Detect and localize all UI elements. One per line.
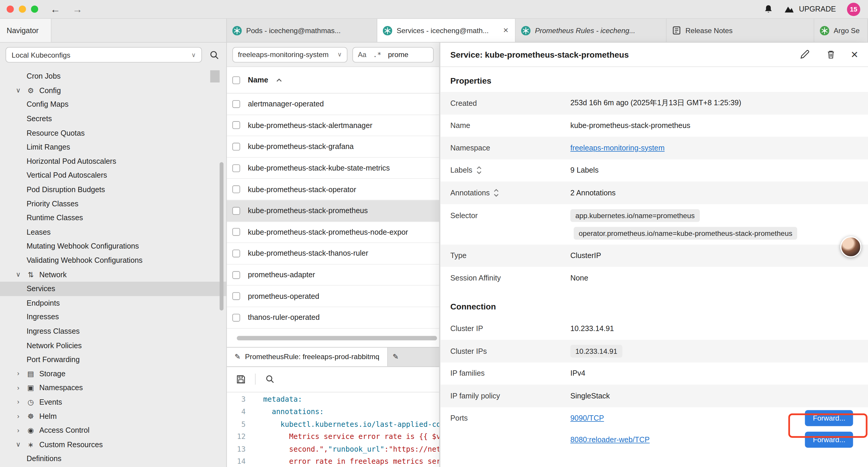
bell-icon[interactable] — [764, 4, 773, 14]
horizontal-scrollbar-thumb[interactable] — [237, 336, 437, 340]
tab-prometheus-rules[interactable]: Prometheus Rules - icecheng... — [516, 19, 666, 42]
sidebar-item-horizontal-pod-autoscalers[interactable]: Horizontal Pod Autoscalers — [0, 154, 226, 169]
match-case-toggle[interactable]: Aa — [358, 51, 367, 58]
sidebar-item-runtime-classes[interactable]: Runtime Classes — [0, 211, 226, 225]
sidebar-group-storage[interactable]: › ▤ Storage — [0, 367, 226, 381]
list-search-input[interactable]: Aa .* prome — [352, 47, 434, 62]
select-all-checkbox[interactable] — [232, 76, 240, 84]
sidebar-item-port-forwarding[interactable]: Port Forwarding — [0, 353, 226, 367]
sidebar-scrollbar-thumb[interactable] — [219, 162, 223, 311]
tab-pods[interactable]: Pods - icecheng@mathmas... — [227, 19, 377, 42]
sidebar-group-custom-resources[interactable]: ∨ ∗ Custom Resources — [0, 437, 226, 451]
table-row[interactable]: kube-prometheus-stack-prometheus-node-ex… — [227, 222, 439, 243]
sidebar-item-limit-ranges[interactable]: Limit Ranges — [0, 140, 226, 154]
property-label: Cluster IP — [450, 324, 570, 333]
row-checkbox[interactable] — [232, 250, 240, 257]
close-window-button[interactable] — [6, 6, 13, 13]
sidebar-group-events[interactable]: › ◷ Events — [0, 395, 226, 409]
port-link-8080[interactable]: 8080:reloader-web/TCP — [570, 435, 650, 444]
sort-ascending-icon[interactable] — [276, 78, 282, 82]
row-checkbox[interactable] — [232, 100, 240, 108]
expand-collapse-icon[interactable] — [476, 166, 482, 174]
close-icon[interactable]: × — [851, 49, 858, 61]
sidebar-search-button[interactable] — [208, 48, 221, 61]
sidebar-item-ingresses[interactable]: Ingresses — [0, 310, 226, 324]
sidebar-item-services[interactable]: Services — [0, 282, 226, 296]
helm-icon: ☸ — [26, 412, 35, 420]
minimize-window-button[interactable] — [19, 6, 26, 13]
labels-count[interactable]: 9 Labels — [570, 166, 599, 174]
sidebar-item-validating-webhook-configurations[interactable]: Validating Webhook Configurations — [0, 253, 226, 267]
upgrade-button[interactable]: UPGRADE — [784, 5, 836, 13]
table-row[interactable]: prometheus-adapter — [227, 265, 439, 286]
sidebar-item-definitions[interactable]: Definitions — [0, 451, 226, 466]
sidebar-item-priority-classes[interactable]: Priority Classes — [0, 197, 226, 211]
table-row-selected[interactable]: kube-prometheus-stack-prometheus — [227, 200, 439, 222]
row-checkbox[interactable] — [232, 143, 240, 150]
namespace-link[interactable]: freeleaps-monitoring-system — [570, 144, 665, 152]
table-row[interactable]: kube-prometheus-stack-alertmanager — [227, 115, 439, 136]
row-checkbox[interactable] — [232, 164, 240, 172]
notification-badge[interactable]: 15 — [847, 2, 860, 16]
table-row[interactable]: kube-prometheus-stack-grafana — [227, 136, 439, 157]
forward-button-9090[interactable]: Forward... — [805, 410, 853, 426]
table-row[interactable]: prometheus-operated — [227, 286, 439, 307]
kubeconfig-selector-value: Local Kubeconfigs — [11, 51, 70, 59]
tab-argo[interactable]: Argo Se — [814, 19, 868, 42]
back-button[interactable]: ← — [50, 4, 60, 14]
annotations-count[interactable]: 2 Annotations — [570, 188, 616, 197]
sidebar-item-resource-quotas[interactable]: Resource Quotas — [0, 126, 226, 140]
table-row[interactable]: kube-prometheus-stack-thanos-ruler — [227, 243, 439, 264]
row-checkbox[interactable] — [232, 292, 240, 300]
properties-heading: Properties — [440, 67, 868, 92]
sidebar-group-network[interactable]: ∨ ⇅ Network — [0, 267, 226, 282]
sidebar-item-config-maps[interactable]: Config Maps — [0, 97, 226, 112]
namespace-filter-select[interactable]: freeleaps-monitoring-system ∨ — [232, 47, 347, 62]
row-checkbox[interactable] — [232, 271, 240, 279]
delete-icon[interactable] — [824, 48, 838, 61]
row-checkbox[interactable] — [232, 314, 240, 321]
edit-icon[interactable] — [798, 48, 811, 61]
name-column-header[interactable]: Name — [248, 76, 268, 84]
tab-services[interactable]: Services - icecheng@math... × — [377, 19, 516, 42]
kubeconfig-selector[interactable]: Local Kubeconfigs ∨ — [6, 47, 202, 62]
sidebar-item-endpoints[interactable]: Endpoints — [0, 296, 226, 310]
port-link-9090[interactable]: 9090/TCP — [570, 414, 604, 422]
table-row[interactable]: kube-prometheus-stack-operator — [227, 179, 439, 200]
sidebar-item-cron-jobs[interactable]: Cron Jobs — [0, 69, 226, 83]
table-row[interactable]: thanos-ruler-operated — [227, 307, 439, 328]
editor-tab-partial[interactable]: ✎ — [388, 347, 439, 366]
maximize-window-button[interactable] — [31, 6, 38, 13]
yaml-editor[interactable]: 3 metadata: 4 annotations: 5 kubectl.kub… — [227, 392, 439, 467]
forward-button-8080[interactable]: Forward... — [805, 432, 853, 447]
sidebar-group-namespaces[interactable]: › ▣ Namespaces — [0, 381, 226, 395]
navigator-tab[interactable]: Navigator — [0, 19, 52, 42]
sidebar-group-helm[interactable]: › ☸ Helm — [0, 409, 226, 423]
sidebar-item-leases[interactable]: Leases — [0, 225, 226, 239]
regex-toggle[interactable]: .* — [373, 50, 381, 59]
sidebar-item-pod-disruption-budgets[interactable]: Pod Disruption Budgets — [0, 182, 226, 197]
sidebar-item-network-policies[interactable]: Network Policies — [0, 339, 226, 353]
row-checkbox[interactable] — [232, 228, 240, 236]
sidebar-group-config[interactable]: ∨ ⚙ Config — [0, 83, 226, 97]
editor-search-icon[interactable] — [263, 372, 277, 386]
row-checkbox[interactable] — [232, 207, 240, 214]
editor-tab-prometheusrule[interactable]: ✎ PrometheusRule: freeleaps-prod-rabbitm… — [227, 347, 388, 366]
sidebar-item-secrets[interactable]: Secrets — [0, 112, 226, 126]
sidebar-scrollbar-button[interactable] — [210, 70, 220, 83]
expand-collapse-icon[interactable] — [494, 188, 499, 197]
chevron-right-icon: › — [14, 412, 22, 420]
table-row[interactable]: kube-prometheus-stack-kube-state-metrics — [227, 157, 439, 179]
sidebar-item-mutating-webhook-configurations[interactable]: Mutating Webhook Configurations — [0, 239, 226, 253]
row-checkbox[interactable] — [232, 121, 240, 129]
row-checkbox[interactable] — [232, 185, 240, 193]
forward-button[interactable]: → — [72, 4, 83, 14]
save-icon[interactable] — [234, 372, 247, 386]
assistant-avatar[interactable] — [840, 236, 861, 258]
sidebar-group-access-control[interactable]: › ◉ Access Control — [0, 423, 226, 437]
sidebar-item-vertical-pod-autoscalers[interactable]: Vertical Pod Autoscalers — [0, 169, 226, 183]
close-tab-icon[interactable]: × — [502, 25, 509, 35]
table-row[interactable]: alertmanager-operated — [227, 93, 439, 115]
sidebar-item-ingress-classes[interactable]: Ingress Classes — [0, 324, 226, 339]
tab-release-notes[interactable]: Release Notes — [666, 19, 814, 42]
